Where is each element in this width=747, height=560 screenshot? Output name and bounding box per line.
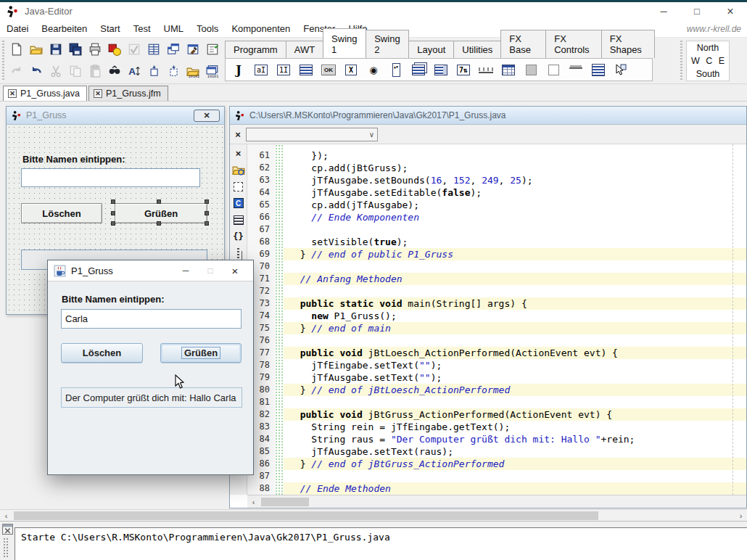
menu-uml[interactable]: UML [157,21,190,36]
jlist-button[interactable] [410,60,427,79]
save-all-button[interactable] [66,40,84,59]
editor-hscrollbar[interactable]: ‹ [247,495,746,508]
editor-titlebar[interactable]: C:\Users\R.MSKonto\Programmieren\Java\Gk… [230,107,746,125]
jcheckbox-button[interactable]: X [342,60,360,79]
jseparator-button[interactable] [567,60,585,79]
search-folder-button[interactable] [231,163,246,176]
new-jdialog-button[interactable] [164,62,182,81]
jpanel-raised-button[interactable] [522,60,540,79]
menu-datei[interactable]: Datei [0,21,35,36]
jcombobox-button[interactable] [432,60,450,79]
paste-button[interactable] [86,62,104,81]
brand-link[interactable]: www.r-krell.de [687,24,741,34]
jtextfield-button[interactable]: aI [252,60,270,79]
jnumberfield-button[interactable]: 1I [275,60,292,79]
print-button[interactable] [86,40,104,59]
selection-handle[interactable] [157,221,161,226]
jslider-button[interactable] [477,60,495,79]
tab-layout[interactable]: Layout [408,41,454,58]
tab-swing-1[interactable]: Swing 1 [323,28,366,58]
open-file-button[interactable] [27,40,45,59]
selection-handle[interactable] [111,199,115,204]
close-button[interactable]: × [714,2,747,20]
designer-greet-button[interactable]: Grüßen [115,203,207,223]
designer-prompt-label[interactable]: Bitte Namen eintippen: [22,154,125,165]
checklist-button[interactable] [203,40,221,59]
new-jframe-button[interactable] [144,62,162,81]
tab-awt[interactable]: AWT [286,41,323,58]
gui-builder-button[interactable] [183,40,202,59]
selection-handle[interactable] [157,199,161,204]
jtextpane-button[interactable] [590,60,607,79]
workspace-hscrollbar[interactable]: ‹ › [0,509,747,521]
close-panel-button[interactable]: × [231,147,246,160]
workspace-hscroll-thumb[interactable] [14,511,598,520]
maximize-button[interactable]: □ [680,2,714,20]
jpanel-button[interactable] [545,60,562,79]
borderlayout-west[interactable]: W [691,56,700,66]
tab-swing-2[interactable]: Swing 2 [366,30,409,58]
selection-handle[interactable] [205,211,209,215]
editor-hscroll-thumb[interactable] [261,498,309,506]
braces-button[interactable]: {} [231,230,246,243]
menu-test[interactable]: Test [127,21,157,36]
class-browser-button[interactable]: C [231,197,246,210]
app-close-button[interactable]: × [223,260,247,281]
selection-handle[interactable] [205,199,209,204]
save-button[interactable] [46,40,65,59]
tab-fx-shapes[interactable]: FX Shapes [601,30,655,58]
code-area[interactable]: }); cp.add(jBtGruss); jTfAusgabe.setBoun… [284,144,746,495]
console-program-button[interactable]: 10101 [183,62,202,81]
jtable-button[interactable] [500,60,517,79]
designer-clear-button[interactable]: Löschen [21,203,102,223]
app-greet-button[interactable]: Grüßen [160,343,242,363]
structure-view-button[interactable] [144,40,162,59]
selection-handle[interactable] [205,221,209,226]
selection-handle[interactable] [111,221,115,226]
borderlayout-north[interactable]: North [687,43,729,53]
tab-fx-base[interactable]: FX Base [500,30,546,58]
uml-designer-button[interactable] [105,40,123,59]
jlabel-button[interactable]: J [230,60,247,79]
menu-bearbeiten[interactable]: Bearbeiten [35,21,94,36]
console-window-button[interactable]: 10101 [203,62,221,81]
borderlayout-south[interactable]: South [687,69,729,79]
selection-button[interactable] [231,180,246,193]
structure-list-button[interactable] [231,213,246,226]
titlebar[interactable]: Java-Editor ─ □ × [0,2,747,20]
scroll-left-icon[interactable]: ‹ [0,511,12,520]
scroll-left-icon[interactable]: ‹ [247,498,260,506]
designer-input-field[interactable] [21,168,200,187]
tab-utilities[interactable]: Utilities [453,41,501,58]
jtextarea-button[interactable] [297,60,315,79]
borderlayout-east[interactable]: E [719,56,725,66]
minimize-button[interactable]: ─ [647,2,680,20]
app-titlebar[interactable]: P1_Gruss ─ □ × [48,260,253,281]
method-selector[interactable]: ∨ [246,128,378,141]
jscrollbar-button[interactable]: ▲▼ [387,60,405,79]
message-grip[interactable] [3,538,9,558]
menu-start[interactable]: Start [94,21,126,36]
tab-close-icon[interactable]: ✕ [8,89,17,98]
close-panel-icon[interactable] [2,524,13,535]
new-file-button[interactable] [7,40,25,59]
jradiobutton-button[interactable]: ◉ [365,60,382,79]
search-button[interactable] [105,62,123,81]
file-tab-p1-gruss-jfm[interactable]: ✕P1_Gruss.jfm [88,86,168,101]
designer-titlebar[interactable]: P1_Gruss ✕ [7,107,224,125]
menu-komponenten[interactable]: Komponenten [225,21,297,36]
app-maximize-button[interactable]: □ [198,260,223,281]
scroll-right-icon[interactable]: › [735,511,747,520]
cascade-windows-button[interactable] [164,40,182,59]
designer-close-button[interactable]: ✕ [194,110,220,122]
tab-programm[interactable]: Programm [225,41,286,58]
editor-close-button[interactable]: × [230,129,246,140]
tab-close-icon[interactable]: ✕ [94,89,102,98]
tab-fx-controls[interactable]: FX Controls [545,30,602,58]
app-clear-button[interactable]: Löschen [61,343,143,363]
jbutton-button[interactable]: OK [320,60,337,79]
cursor-button[interactable] [612,60,630,79]
cut-button[interactable] [46,62,65,81]
app-name-input[interactable] [61,309,242,329]
selection-handle[interactable] [111,211,115,215]
